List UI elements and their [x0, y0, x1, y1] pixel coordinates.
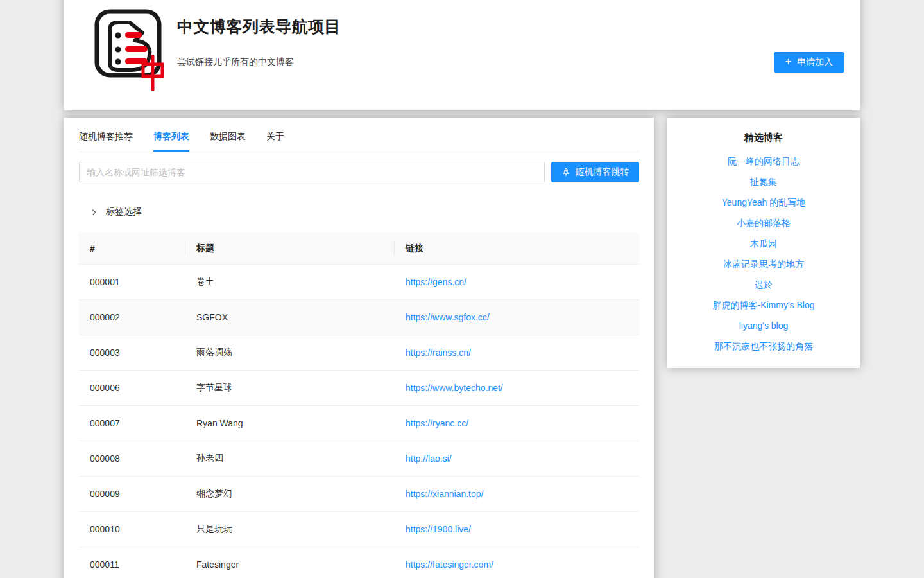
blog-link[interactable]: https://www.bytecho.net/ — [406, 383, 503, 393]
blog-link[interactable]: https://rainss.cn/ — [406, 347, 471, 358]
row-title: 缃念梦幻 — [185, 488, 395, 500]
table-row: 000006 字节星球 https://www.bytecho.net/ — [79, 371, 639, 406]
apply-join-label: 申请加入 — [797, 57, 833, 68]
header-card: 中文博客列表导航项目 尝试链接几乎所有的中文博客 + 申请加入 — [64, 0, 860, 110]
row-title: 雨落凋殇 — [185, 347, 395, 358]
row-title: 卷土 — [185, 276, 395, 288]
tab-random-blog[interactable]: 随机博客推荐 — [79, 123, 133, 152]
blog-link[interactable]: http://lao.si/ — [406, 453, 452, 464]
featured-blog-link[interactable]: 那不沉寂也不张扬的角落 — [683, 336, 844, 356]
featured-blog-link[interactable]: 木瓜园 — [683, 233, 844, 254]
plus-icon: + — [785, 57, 791, 67]
page-subtitle: 尝试链接几乎所有的中文博客 — [177, 57, 294, 68]
tab-blog-list[interactable]: 博客列表 — [153, 123, 189, 152]
table-row: 000003 雨落凋殇 https://rainss.cn/ — [79, 335, 639, 371]
featured-blog-link[interactable]: 扯氮集 — [683, 171, 844, 192]
row-id: 000001 — [79, 277, 185, 287]
page-title: 中文博客列表导航项目 — [177, 16, 341, 37]
blog-table: # 标题 链接 000001 卷土 https://gens.cn/ 00000… — [79, 232, 639, 578]
apply-join-button[interactable]: + 申请加入 — [774, 52, 844, 73]
blog-link[interactable]: https://xiannian.top/ — [406, 489, 483, 499]
chevron-right-icon — [90, 209, 98, 216]
site-logo-icon — [93, 8, 165, 92]
row-title: 只是玩玩 — [185, 523, 395, 535]
blog-link[interactable]: https://1900.live/ — [406, 524, 471, 534]
featured-blog-link[interactable]: 小嘉的部落格 — [683, 213, 844, 233]
featured-blog-link[interactable]: 迟於 — [683, 274, 844, 295]
column-header-id: # — [79, 243, 185, 254]
row-title: 孙老四 — [185, 453, 395, 464]
tag-selector-toggle[interactable]: 标签选择 — [79, 206, 639, 218]
column-header-link: 链接 — [395, 243, 639, 254]
featured-blog-link[interactable]: 冰蓝记录思考的地方 — [683, 254, 844, 274]
random-blog-jump-button[interactable]: 随机博客跳转 — [551, 162, 639, 182]
blog-link[interactable]: https://gens.cn/ — [406, 277, 466, 287]
row-id: 000009 — [79, 489, 185, 499]
main-content-card: 随机博客推荐 博客列表 数据图表 关于 随机博客跳转 标签选择 # — [64, 118, 654, 578]
table-row: 000011 Fatesinger https://fatesinger.com… — [79, 547, 639, 578]
row-id: 000008 — [79, 453, 185, 464]
featured-blog-link[interactable]: 胖虎的博客-Kimmy's Blog — [683, 295, 844, 315]
row-id: 000002 — [79, 312, 185, 322]
row-id: 000010 — [79, 524, 185, 534]
rocket-icon — [561, 168, 570, 177]
row-id: 000003 — [79, 347, 185, 358]
featured-blog-link[interactable]: liyang's blog — [683, 315, 844, 336]
blog-filter-input[interactable] — [79, 162, 545, 182]
tab-about[interactable]: 关于 — [266, 123, 284, 152]
column-header-title: 标题 — [185, 243, 395, 254]
table-row: 000001 卷土 https://gens.cn/ — [79, 265, 639, 300]
page-background: { "colors": { "accent": "#1890ff", "logo… — [0, 0, 924, 578]
table-row: 000008 孙老四 http://lao.si/ — [79, 441, 639, 477]
row-id: 000011 — [79, 559, 185, 570]
random-blog-jump-label: 随机博客跳转 — [576, 166, 629, 178]
featured-blog-link[interactable]: 阮一峰的网络日志 — [683, 151, 844, 171]
blog-link[interactable]: https://www.sgfox.cc/ — [406, 312, 490, 322]
row-id: 000007 — [79, 418, 185, 428]
row-id: 000006 — [79, 383, 185, 393]
table-row: 000002 SGFOX https://www.sgfox.cc/ — [79, 300, 639, 335]
table-row: 000009 缃念梦幻 https://xiannian.top/ — [79, 477, 639, 512]
row-title: SGFOX — [185, 312, 395, 322]
featured-blogs-title: 精选博客 — [683, 132, 844, 144]
row-title: Fatesinger — [185, 559, 395, 570]
row-title: 字节星球 — [185, 382, 395, 394]
table-row: 000010 只是玩玩 https://1900.live/ — [79, 512, 639, 547]
table-header-row: # 标题 链接 — [79, 232, 639, 265]
tag-selector-label: 标签选择 — [106, 206, 142, 218]
tab-bar: 随机博客推荐 博客列表 数据图表 关于 — [79, 123, 639, 152]
blog-link[interactable]: https://ryanc.cc/ — [406, 418, 468, 428]
featured-blogs-card: 精选博客 阮一峰的网络日志 扯氮集 YeungYeah 的乱写地 小嘉的部落格 … — [667, 118, 860, 368]
tab-data-charts[interactable]: 数据图表 — [210, 123, 246, 152]
search-row: 随机博客跳转 — [79, 162, 639, 182]
table-row: 000007 Ryan Wang https://ryanc.cc/ — [79, 406, 639, 441]
row-title: Ryan Wang — [185, 418, 395, 428]
blog-link[interactable]: https://fatesinger.com/ — [406, 559, 493, 570]
featured-blog-link[interactable]: YeungYeah 的乱写地 — [683, 192, 844, 213]
